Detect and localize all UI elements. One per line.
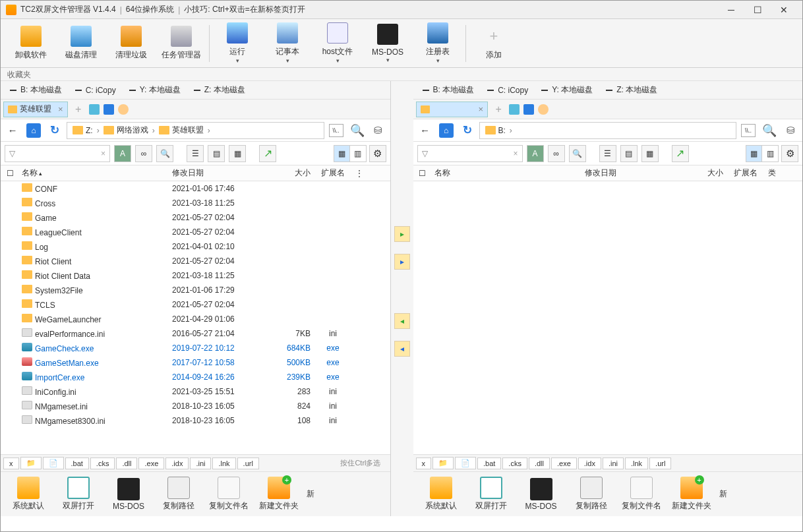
settings-button[interactable]: ⚙ [781, 145, 798, 162]
host-file-button[interactable]: host文件▾ [312, 22, 363, 65]
ext-filter[interactable]: x [3, 458, 19, 469]
left-tab[interactable]: 英雄联盟× [3, 102, 68, 117]
ext-filter[interactable]: .bat [65, 458, 89, 469]
msdos-button[interactable]: MS-DOS▾ [363, 22, 413, 65]
breadcrumb-segment[interactable]: B: [483, 126, 508, 135]
file-row[interactable]: WeGameLauncher2021-04-29 01:06 [1, 312, 390, 326]
action-cpath[interactable]: 复制路径 [154, 475, 204, 514]
drive-item[interactable]: Y: 本地磁盘 [535, 82, 599, 98]
ext-filter[interactable]: .idx [578, 458, 601, 469]
file-row[interactable]: Cross2021-03-18 11:25 [1, 196, 390, 210]
left-breadcrumb[interactable]: Z:›网络游戏›英雄联盟› [67, 122, 324, 139]
file-row[interactable]: Riot Client Data2021-03-18 11:25 [1, 268, 390, 283]
ext-filter[interactable]: .ini [603, 458, 624, 469]
export-button[interactable]: ↗ [672, 145, 689, 162]
action-dual[interactable]: 双屏打开 [53, 475, 104, 514]
ext-filter[interactable]: 📄 [43, 457, 64, 469]
drive-item[interactable]: C: iCopy [481, 84, 535, 97]
file-row[interactable]: LeagueClient2021-05-27 02:04 [1, 225, 390, 239]
close-button[interactable]: ✕ [771, 1, 797, 19]
move-right-button[interactable]: ▸ [394, 254, 410, 270]
copy-right-button[interactable]: ▸ [394, 226, 410, 242]
home-button[interactable]: ⌂ [24, 121, 43, 140]
back-button[interactable]: ← [3, 121, 22, 140]
file-row[interactable]: Game2021-05-27 02:04 [1, 210, 390, 225]
file-row[interactable]: GameSetMan.exe2017-07-12 10:58500KBexe [1, 355, 390, 370]
drive-item[interactable]: B: 本地磁盘 [416, 82, 481, 98]
tab-tool-icon[interactable] [523, 104, 534, 115]
binoculars-button[interactable]: ⛁ [369, 121, 388, 140]
filter-input[interactable]: ▽× [417, 145, 523, 162]
find-button[interactable]: 🔍 [569, 145, 586, 162]
close-tab-icon[interactable]: × [58, 104, 63, 114]
export-button[interactable]: ↗ [259, 145, 276, 162]
right-breadcrumb[interactable]: B:› [479, 122, 737, 139]
file-row[interactable]: NMgameset8300.ini2018-10-23 16:05108ini [1, 413, 390, 428]
file-row[interactable]: Log2021-04-01 02:10 [1, 239, 390, 254]
right-column-header[interactable]: ☐ 名称 修改日期 大小 扩展名 类 [413, 165, 803, 181]
refresh-button[interactable]: ↻ [458, 121, 477, 140]
copy-left-button[interactable]: ◂ [394, 313, 410, 329]
ext-filter[interactable]: .url [649, 458, 671, 469]
action-cname[interactable]: 复制文件名 [616, 475, 667, 514]
action-msdos[interactable]: MS-DOS [516, 475, 566, 514]
ext-filter[interactable]: 📁 [20, 457, 42, 469]
ext-filter[interactable]: .exe [551, 458, 577, 469]
notepad-button[interactable]: 记事本▾ [262, 22, 312, 65]
refresh-button[interactable]: ↻ [45, 121, 64, 140]
view-preview-button[interactable]: ▦ [229, 145, 246, 162]
file-row[interactable]: NMgameset.ini2018-10-23 16:05824ini [1, 399, 390, 413]
action-msdos[interactable]: MS-DOS [104, 475, 154, 514]
left-column-header[interactable]: ☐ 名称▴ 修改日期 大小 扩展名 ⋮ [1, 165, 390, 181]
file-row[interactable]: CONF2021-01-06 17:46 [1, 181, 390, 196]
view-preview-button[interactable]: ▦ [641, 145, 659, 162]
ext-filter[interactable]: .cks [90, 458, 115, 469]
settings-button[interactable]: ⚙ [369, 145, 386, 162]
search-button[interactable]: 🔍 [348, 121, 367, 140]
view-detail-button[interactable]: ▤ [620, 145, 638, 162]
action-default[interactable]: 系统默认 [416, 475, 466, 514]
action-dual[interactable]: 双屏打开 [466, 475, 516, 514]
action-newfld[interactable]: 新建文件夹 [254, 475, 304, 514]
path-mode-button[interactable]: \\.. [739, 121, 758, 140]
ext-filter[interactable]: .url [237, 458, 259, 469]
run-button[interactable]: 运行▾ [212, 22, 262, 65]
minimize-button[interactable]: ─ [718, 1, 744, 19]
view-detail-button[interactable]: ▤ [208, 145, 225, 162]
breadcrumb-segment[interactable]: 英雄联盟 [156, 125, 206, 136]
ext-filter[interactable]: .lnk [212, 458, 235, 469]
action-newfld[interactable]: 新建文件夹 [667, 475, 717, 514]
file-row[interactable]: evalPerformance.ini2016-05-27 21:047KBin… [1, 326, 390, 341]
uninstall-button[interactable]: 卸载软件 [6, 22, 56, 65]
file-row[interactable]: GameCheck.exe2019-07-22 10:12684KBexe [1, 341, 390, 355]
drive-item[interactable]: C: iCopy [69, 84, 123, 97]
font-button[interactable]: A [114, 145, 131, 162]
search-button[interactable]: 🔍 [760, 121, 779, 140]
new-tab-button[interactable]: + [72, 103, 85, 116]
file-row[interactable]: System32File2021-01-06 17:29 [1, 283, 390, 297]
maximize-button[interactable]: ☐ [744, 1, 771, 19]
drive-item[interactable]: Y: 本地磁盘 [123, 82, 187, 98]
view-list-button[interactable]: ☰ [599, 145, 616, 162]
ext-filter[interactable]: 📁 [432, 457, 454, 469]
drive-item[interactable]: Z: 本地磁盘 [187, 82, 252, 98]
filter-input[interactable]: ▽× [5, 145, 110, 162]
action-default[interactable]: 系统默认 [3, 475, 53, 514]
disk-clean-button[interactable]: 磁盘清理 [56, 22, 106, 65]
left-file-list[interactable]: CONF2021-01-06 17:46Cross2021-03-18 11:2… [1, 181, 390, 454]
task-manager-button[interactable]: 任务管理器 [156, 22, 206, 65]
ext-filter[interactable]: .dll [529, 458, 550, 469]
ext-filter[interactable]: .ini [190, 458, 211, 469]
file-row[interactable]: TCLS2021-05-27 02:04 [1, 297, 390, 312]
right-tab[interactable]: × [416, 102, 489, 117]
back-button[interactable]: ← [416, 121, 434, 140]
view-mode-buttons[interactable]: ▦▥ [746, 145, 779, 162]
clear-filter-icon[interactable]: × [513, 149, 518, 158]
tab-tool-icon[interactable] [89, 104, 100, 115]
ext-filter[interactable]: .cks [502, 458, 527, 469]
drive-item[interactable]: Z: 本地磁盘 [599, 82, 664, 98]
ext-filter[interactable]: .bat [477, 458, 501, 469]
breadcrumb-segment[interactable]: Z: [70, 126, 96, 135]
tab-tool-icon[interactable] [118, 104, 129, 115]
file-row[interactable]: ImportCer.exe2014-09-24 16:26239KBexe [1, 370, 390, 384]
